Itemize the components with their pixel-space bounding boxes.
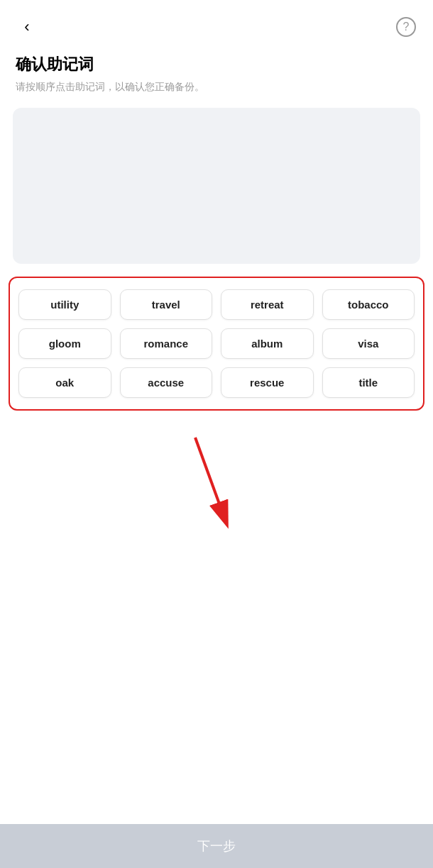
word-chip[interactable]: visa: [322, 328, 415, 359]
word-chip[interactable]: utility: [18, 289, 111, 320]
word-chip[interactable]: rescue: [221, 367, 314, 398]
selection-area: [13, 108, 420, 264]
arrow-icon: [188, 430, 245, 530]
help-icon: ?: [396, 17, 416, 37]
back-button[interactable]: ‹: [14, 14, 40, 40]
title-section: 确认助记词 请按顺序点击助记词，以确认您正确备份。: [0, 47, 433, 108]
word-chip[interactable]: travel: [120, 289, 213, 320]
word-chip[interactable]: gloom: [18, 328, 111, 359]
page-subtitle: 请按顺序点击助记词，以确认您正确备份。: [16, 81, 417, 94]
back-icon: ‹: [24, 18, 29, 36]
word-chip[interactable]: title: [322, 367, 415, 398]
word-chip[interactable]: tobacco: [322, 289, 415, 320]
word-chip[interactable]: accuse: [120, 367, 213, 398]
page-title: 确认助记词: [16, 54, 417, 75]
help-button[interactable]: ?: [393, 14, 419, 40]
word-chip[interactable]: retreat: [221, 289, 314, 320]
word-chip[interactable]: oak: [18, 367, 111, 398]
word-grid: utilitytravelretreattobaccogloomromancea…: [16, 285, 417, 402]
next-button-wrapper: 下一步: [0, 824, 433, 868]
svg-line-1: [195, 438, 224, 516]
word-chip[interactable]: romance: [120, 328, 213, 359]
word-grid-container: utilitytravelretreattobaccogloomromancea…: [9, 277, 424, 411]
word-chip[interactable]: album: [221, 328, 314, 359]
next-button[interactable]: 下一步: [0, 824, 433, 868]
arrow-area: [0, 423, 433, 537]
header: ‹ ?: [0, 0, 433, 47]
